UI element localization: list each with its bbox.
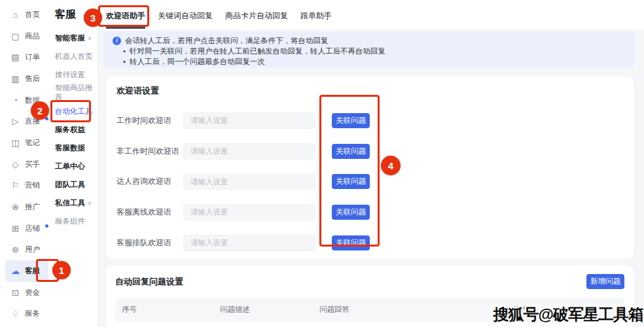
marketing-icon: ⚐ xyxy=(10,181,20,190)
main-area: 欢迎语助手 关键词自动回复 商品卡片自动回复 跟单助手 i会话转人工后，若用户点… xyxy=(98,0,644,327)
watermark-text: 搜狐号@破军星工具箱 xyxy=(493,304,643,325)
tab-welcome-assistant[interactable]: 欢迎语助手 xyxy=(106,0,145,29)
product-icon: ▢ xyxy=(10,31,20,41)
welcome-settings-title: 欢迎语设置 xyxy=(116,85,623,97)
column-header-index: 序号 xyxy=(122,305,220,315)
link-question-button[interactable]: 关联问题 xyxy=(332,144,370,159)
nonwork-hours-greeting-input[interactable] xyxy=(183,143,315,160)
sidebar-item-buyer[interactable]: ◇买手 xyxy=(0,154,51,175)
column-header-description: 问题描述 xyxy=(220,305,319,315)
menu-item-service-data[interactable]: 客服数据 xyxy=(55,139,98,157)
link-question-button[interactable]: 关联问题 xyxy=(332,205,370,220)
menu-item-robot-home[interactable]: 机器人首页 xyxy=(55,47,98,65)
notification-dot xyxy=(45,224,48,228)
sidebar-item-notes[interactable]: ◫笔记 xyxy=(0,132,51,154)
field-label: 客服排队欢迎语 xyxy=(116,237,183,249)
annotation-step-1-badge: 1 xyxy=(52,261,71,279)
sidebar-item-home[interactable]: ⌂首页 xyxy=(0,4,51,26)
sidebar-item-label: 商品 xyxy=(25,31,40,41)
annotation-step-4-badge: 4 xyxy=(381,156,401,175)
annotation-step-3-badge: 3 xyxy=(84,9,102,27)
field-label: 达人咨询欢迎语 xyxy=(116,176,183,187)
link-question-button[interactable]: 关联问题 xyxy=(332,174,370,189)
sidebar-item-promotion[interactable]: ⊛推广 xyxy=(0,196,51,218)
add-question-button[interactable]: 新增问题 xyxy=(586,274,624,289)
work-hours-greeting-input[interactable] xyxy=(183,112,315,129)
sidebar-item-label: 买手 xyxy=(25,160,40,169)
info-icon: i xyxy=(113,37,121,45)
tab-product-card-autoreply[interactable]: 商品卡片自动回复 xyxy=(225,0,288,29)
menu-item-dm-tools[interactable]: 私信工具 xyxy=(55,194,98,212)
sidebar-item-label: 售后 xyxy=(25,74,40,84)
aftersale-icon: ▥ xyxy=(10,74,20,84)
info-banner: i会话转人工后，若用户点击关联问，满足条件下，将自动回复 针对同一关联问，若用户… xyxy=(103,31,635,67)
queue-greeting-input[interactable] xyxy=(183,235,315,251)
sidebar-item-shop[interactable]: ⊞店铺 xyxy=(0,218,51,239)
customer-service-icon: ☁ xyxy=(10,266,20,276)
offline-greeting-input[interactable] xyxy=(183,204,315,220)
users-icon: ⊚ xyxy=(10,245,20,254)
service-tag-icon: ♢ xyxy=(10,309,20,318)
primary-sidebar: ⌂首页 ▢商品 ▤订单 ▥售后 ◔数据 ▷直播 ◫笔记 ◇买手 ⚐营销 ⊛推广 … xyxy=(0,0,51,327)
welcome-settings-form: 工作时间欢迎语 关联问题 非工作时间欢迎语 关联问题 达人咨询欢迎语 关联问题 xyxy=(116,105,623,258)
menu-item-smart-service[interactable]: 智能客服 xyxy=(55,29,98,47)
order-icon: ▤ xyxy=(10,52,20,62)
sidebar-item-label: 营销 xyxy=(25,181,40,190)
form-row-nonwork-hours: 非工作时间欢迎语 关联问题 xyxy=(116,136,623,167)
menu-item-service-rights[interactable]: 服务权益 xyxy=(55,120,98,139)
sidebar-item-customer-service[interactable]: ☁客服 xyxy=(5,260,48,282)
live-icon: ▷ xyxy=(10,116,20,126)
tab-bar: 欢迎语助手 关键词自动回复 商品卡片自动回复 跟单助手 xyxy=(98,0,644,29)
link-question-button[interactable]: 关联问题 xyxy=(332,235,370,250)
sidebar-item-label: 店铺 xyxy=(25,224,40,233)
menu-item-automation-tools[interactable]: 自动化工具 xyxy=(55,102,98,120)
banner-bullet: 针对同一关联问，若用户在转人工前已触发自动回复，转人工后不再自动回复 xyxy=(113,46,626,56)
shop-icon: ⊞ xyxy=(10,224,20,233)
sidebar-item-order[interactable]: ▤订单 xyxy=(0,46,51,68)
data-icon: ◔ xyxy=(10,95,20,105)
field-label: 非工作时间欢迎语 xyxy=(116,146,183,157)
sidebar-item-label: 笔记 xyxy=(25,138,40,148)
sidebar-item-label: 首页 xyxy=(25,10,40,20)
sidebar-item-label: 服务 xyxy=(25,309,40,318)
field-label: 客服离线欢迎语 xyxy=(116,207,183,218)
sidebar-item-label: 用户 xyxy=(25,245,40,254)
notes-icon: ◫ xyxy=(10,138,20,148)
content-area: i会话转人工后，若用户点击关联问，满足条件下，将自动回复 针对同一关联问，若用户… xyxy=(98,29,644,327)
sidebar-item-label: 订单 xyxy=(25,52,40,62)
link-question-button[interactable]: 关联问题 xyxy=(332,113,370,128)
field-label: 工作时间欢迎语 xyxy=(116,115,183,126)
app-window: ⌂首页 ▢商品 ▤订单 ▥售后 ◔数据 ▷直播 ◫笔记 ◇买手 ⚐营销 ⊛推广 … xyxy=(0,0,644,327)
sidebar-item-service[interactable]: ♢服务 xyxy=(0,303,51,325)
sidebar-item-funds[interactable]: ⊡资金 xyxy=(0,282,51,303)
promotion-icon: ⊛ xyxy=(10,202,20,212)
notification-dot xyxy=(45,117,48,120)
tab-order-follow-assistant[interactable]: 跟单助手 xyxy=(300,0,332,29)
home-icon: ⌂ xyxy=(10,10,20,20)
autoreply-question-title: 自动回复问题设置 xyxy=(115,276,183,288)
menu-item-team-tools[interactable]: 团队工具 xyxy=(55,175,98,194)
sidebar-item-label: 客服 xyxy=(25,266,40,276)
form-row-offline: 客服离线欢迎语 关联问题 xyxy=(116,197,623,228)
influencer-greeting-input[interactable] xyxy=(183,173,315,190)
funds-icon: ⊡ xyxy=(10,288,20,298)
menu-item-reception-settings[interactable]: 接待设置 xyxy=(55,65,98,84)
sidebar-item-aftersale[interactable]: ▥售后 xyxy=(0,68,51,90)
menu-item-smart-product-recommend[interactable]: 智能商品推荐 xyxy=(55,84,98,102)
form-row-queue: 客服排队欢迎语 关联问题 xyxy=(116,228,623,258)
welcome-settings-card: 欢迎语设置 工作时间欢迎语 关联问题 非工作时间欢迎语 关联问题 达人咨询欢迎语 xyxy=(106,77,634,259)
form-row-work-hours: 工作时间欢迎语 关联问题 xyxy=(116,105,623,136)
buyer-icon: ◇ xyxy=(10,160,20,169)
sidebar-item-product[interactable]: ▢商品 xyxy=(0,26,51,47)
menu-item-ticket-center[interactable]: 工单中心 xyxy=(55,157,98,175)
sidebar-item-marketing[interactable]: ⚐营销 xyxy=(0,175,51,197)
form-row-influencer: 达人咨询欢迎语 关联问题 xyxy=(116,166,623,197)
annotation-step-2-badge: 2 xyxy=(31,101,49,120)
tab-keyword-autoreply[interactable]: 关键词自动回复 xyxy=(158,0,213,29)
sidebar-item-label: 资金 xyxy=(25,288,40,298)
banner-bullet: 转人工后，同一个问题最多自动回复一次 xyxy=(113,56,626,67)
column-header-answer: 问题回答 xyxy=(319,305,513,315)
sidebar-item-label: 推广 xyxy=(25,202,40,212)
menu-item-service-components[interactable]: 服务组件 xyxy=(55,212,98,230)
sidebar-item-users[interactable]: ⊚用户 xyxy=(0,239,51,261)
